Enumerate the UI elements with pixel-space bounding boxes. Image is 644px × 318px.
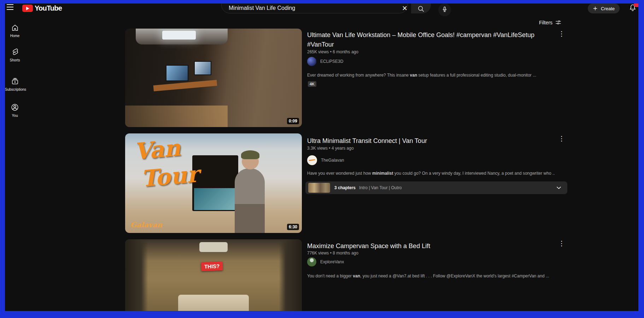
- video-menu-icon-1[interactable]: ⋮: [557, 30, 566, 38]
- youtube-play-icon: [22, 5, 33, 12]
- video-thumbnail-2[interactable]: Van Tour Galavan 6:30: [125, 133, 302, 233]
- thumbnail-art-layer: [279, 239, 302, 311]
- sidebar-label-you: You: [5, 114, 25, 118]
- filters-icon[interactable]: [555, 19, 562, 27]
- thumbnail-art-layer: [199, 242, 228, 252]
- video-description-1: Ever dreamed of working from anywhere? T…: [307, 73, 555, 78]
- search-button[interactable]: [411, 4, 431, 13]
- create-button[interactable]: Create: [588, 4, 620, 13]
- sidebar-label-subscriptions: Subscriptions: [5, 88, 25, 91]
- shorts-icon: [11, 48, 19, 56]
- channel-name: ExploreVanx: [320, 259, 344, 264]
- create-button-label: Create: [601, 6, 615, 11]
- search-icon: [417, 5, 425, 13]
- home-icon: [11, 24, 19, 32]
- thumbnail-art-layer: [194, 188, 236, 210]
- chevron-down-icon[interactable]: [555, 184, 562, 191]
- channel-row-2[interactable]: TheGalavan: [307, 155, 344, 165]
- video-title-2[interactable]: Ultra Minimalist Transit Connect | Van T…: [307, 136, 555, 146]
- subscriptions-icon: [11, 77, 19, 85]
- thumbnail-text-van: Van: [133, 137, 181, 162]
- video-menu-icon-2[interactable]: ⋮: [557, 134, 566, 143]
- thumbnail-art-layer: [178, 295, 249, 311]
- thumbnail-art-layer: [235, 168, 265, 233]
- sidebar-item-subscriptions[interactable]: Subscriptions: [5, 77, 25, 91]
- filters-button[interactable]: Filters: [539, 20, 552, 25]
- avatar-art: [309, 159, 315, 161]
- microphone-icon: [441, 6, 448, 13]
- voice-search-button[interactable]: [438, 4, 451, 16]
- hamburger-menu-icon[interactable]: [7, 4, 14, 10]
- video-meta-3: 776K views • 8 months ago: [307, 251, 358, 256]
- sidebar-label-home: Home: [5, 34, 25, 38]
- channel-avatar: [307, 57, 316, 66]
- youtube-page: YouTube ✕ Create Home Shorts Subscriptio…: [5, 4, 638, 311]
- chapter-thumbnail: [308, 183, 330, 193]
- sidebar-label-shorts: Shorts: [5, 58, 25, 62]
- video-title-3[interactable]: Maximize Campervan Space with a Bed Lift: [307, 241, 555, 251]
- sidebar-item-you[interactable]: You: [5, 103, 25, 118]
- video-menu-icon-3[interactable]: ⋮: [557, 239, 566, 247]
- thumbnail-art-layer: [241, 150, 260, 159]
- plus-icon: [592, 5, 598, 12]
- video-thumbnail-3[interactable]: THIS?: [125, 239, 302, 311]
- thumbnail-watermark: Galavan: [130, 221, 162, 229]
- video-duration-badge: 0:09: [287, 118, 299, 124]
- thumbnail-art-layer: [194, 61, 211, 75]
- you-icon: [11, 103, 19, 112]
- sidebar-item-shorts[interactable]: Shorts: [5, 48, 25, 62]
- thumbnail-art-layer: [125, 239, 148, 311]
- channel-avatar: [307, 257, 316, 266]
- thumbnail-text-tour: Tour: [140, 164, 200, 189]
- search-box: [221, 4, 408, 13]
- video-description-3: You don't need a bigger van, you just ne…: [307, 274, 555, 278]
- video-meta-1: 265K views • 6 months ago: [307, 49, 358, 54]
- video-meta-2: 3.3K views • 4 years ago: [307, 146, 354, 151]
- channel-name: ECLiPSE3D: [320, 59, 343, 64]
- youtube-logo[interactable]: YouTube: [22, 4, 62, 12]
- channel-row-3[interactable]: ExploreVanx: [307, 257, 344, 266]
- thumbnail-art-layer: [166, 65, 188, 81]
- video-title-1[interactable]: Ultimate Van Life Workstation – Mobile O…: [307, 30, 555, 49]
- youtube-logo-text: YouTube: [35, 4, 62, 12]
- clear-search-icon[interactable]: ✕: [400, 4, 409, 13]
- thumbnail-art-layer: [125, 106, 228, 127]
- quality-badge-4k: 4K: [308, 81, 316, 87]
- chapters-bar[interactable]: 3 chapters Intro | Van Tour | Outro: [305, 181, 567, 194]
- search-input[interactable]: [228, 5, 381, 12]
- video-duration-badge: 6:30: [287, 224, 299, 230]
- thumbnail-overlay-text: THIS?: [201, 262, 223, 271]
- thumbnail-art-layer: [162, 31, 196, 40]
- chapters-count: 3 chapters: [334, 185, 356, 190]
- chapters-names: Intro | Van Tour | Outro: [359, 185, 402, 190]
- channel-row-1[interactable]: ECLiPSE3D: [307, 57, 343, 66]
- channel-avatar: [307, 155, 317, 165]
- video-description-2: Have you ever wondered just how minimali…: [307, 171, 555, 176]
- channel-name: TheGalavan: [321, 158, 344, 163]
- video-thumbnail-1[interactable]: 0:09: [125, 29, 302, 127]
- notification-badge: [634, 4, 638, 7]
- sidebar-item-home[interactable]: Home: [5, 24, 25, 38]
